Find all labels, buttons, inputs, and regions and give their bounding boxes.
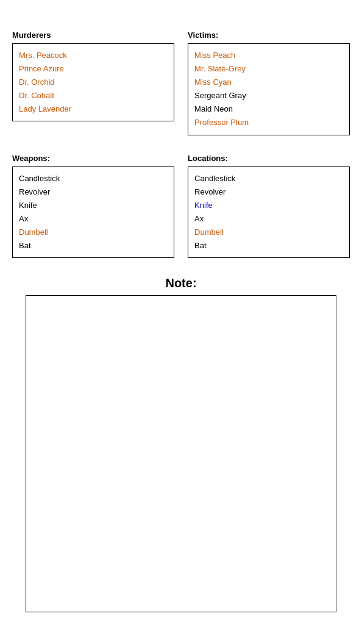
list-item: Dumbell [19, 226, 168, 239]
list-item: Mrs. Peacock [19, 49, 168, 62]
locations-box: Candlestick Revolver Knife Ax Dumbell Ba… [188, 166, 350, 259]
list-item: Miss Peach [194, 49, 343, 62]
locations-label: Locations: [188, 154, 350, 163]
note-label: Note: [165, 276, 196, 290]
middle-section: Weapons: Candlestick Revolver Knife Ax D… [12, 154, 350, 259]
list-item: Knife [19, 199, 168, 212]
list-item: Bat [194, 239, 343, 252]
list-item: Prince Azure [19, 62, 168, 76]
list-item: Miss Cyan [194, 76, 343, 89]
weapons-box: Candlestick Revolver Knife Ax Dumbell Ba… [12, 166, 174, 259]
victims-box: Miss Peach Mr. Slate-Grey Miss Cyan Serg… [188, 43, 350, 135]
murderers-label: Murderers [12, 30, 174, 40]
list-item: Professor Plum [194, 116, 343, 129]
list-item: Lady Lavender [19, 102, 168, 116]
list-item: Candlestick [194, 172, 343, 185]
murderers-column: Murderers Mrs. Peacock Prince Azure Dr. … [12, 30, 174, 135]
note-box[interactable] [26, 295, 336, 612]
locations-column: Locations: Candlestick Revolver Knife Ax… [188, 154, 350, 259]
list-item: Mr. Slate-Grey [194, 62, 343, 76]
list-item: Revolver [19, 185, 168, 199]
list-item: Dumbell [194, 226, 343, 239]
list-item: Dr. Cobalt [19, 89, 168, 102]
victims-column: Victims: Miss Peach Mr. Slate-Grey Miss … [188, 30, 350, 135]
list-item: Ax [19, 212, 168, 226]
murderers-box: Mrs. Peacock Prince Azure Dr. Orchid Dr.… [12, 43, 174, 121]
list-item: Sergeant Gray [194, 89, 343, 102]
top-section: Murderers Mrs. Peacock Prince Azure Dr. … [12, 30, 350, 135]
weapons-column: Weapons: Candlestick Revolver Knife Ax D… [12, 154, 174, 259]
list-item: Knife [194, 199, 343, 212]
list-item: Candlestick [19, 172, 168, 185]
list-item: Ax [194, 212, 343, 226]
weapons-label: Weapons: [12, 154, 174, 163]
list-item: Bat [19, 239, 168, 252]
list-item: Maid Neon [194, 102, 343, 116]
victims-label: Victims: [188, 30, 350, 40]
list-item: Revolver [194, 185, 343, 199]
note-section: Note: [12, 276, 350, 612]
list-item: Dr. Orchid [19, 76, 168, 89]
